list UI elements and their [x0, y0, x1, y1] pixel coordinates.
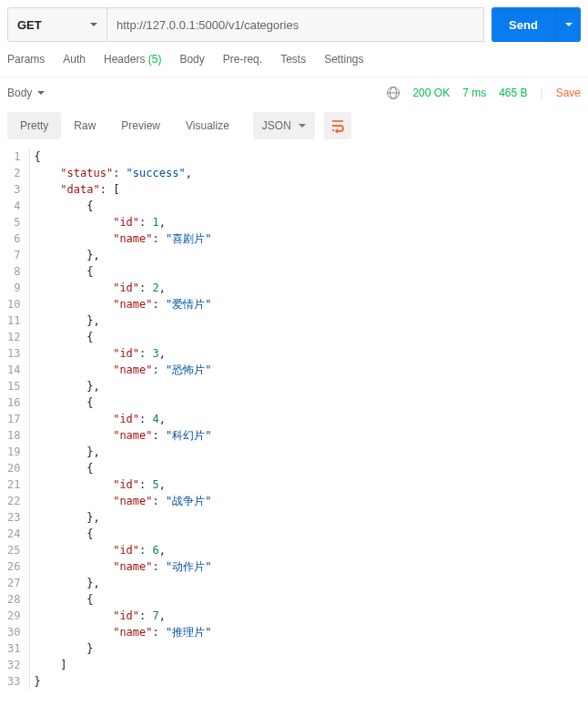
tab-tests[interactable]: Tests [280, 53, 306, 66]
view-tab-pretty[interactable]: Pretty [7, 112, 61, 139]
send-button[interactable]: Send [492, 7, 555, 42]
response-section-select[interactable]: Body [7, 87, 45, 99]
response-meta-bar: Body 200 OK 7 ms 465 B | Save [0, 77, 588, 108]
tab-body[interactable]: Body [179, 53, 204, 66]
response-time: 7 ms [462, 87, 486, 99]
tab-settings[interactable]: Settings [324, 53, 363, 66]
view-tab-visualize[interactable]: Visualize [173, 112, 242, 139]
request-bar: GET http://127.0.0.1:5000/v1/categories … [0, 0, 588, 49]
chevron-down-icon [565, 23, 573, 26]
response-view-bar: Pretty Raw Preview Visualize JSON [0, 108, 588, 148]
tab-auth[interactable]: Auth [63, 53, 86, 66]
http-method-select[interactable]: GET [7, 7, 107, 42]
wrap-icon [330, 118, 345, 133]
tab-params[interactable]: Params [7, 53, 45, 66]
request-tabs: Params Auth Headers (5) Body Pre-req. Te… [0, 49, 588, 77]
save-response-button[interactable]: Save [556, 87, 581, 99]
format-select[interactable]: JSON [253, 112, 315, 139]
view-tab-raw[interactable]: Raw [61, 112, 108, 139]
response-size: 465 B [499, 87, 527, 99]
tab-prereq[interactable]: Pre-req. [223, 53, 262, 66]
format-label: JSON [262, 119, 291, 132]
response-body[interactable]: 1234567891011121314151617181920212223242… [0, 148, 588, 690]
send-dropdown-button[interactable] [555, 7, 581, 42]
wrap-lines-button[interactable] [324, 112, 351, 139]
tab-headers[interactable]: Headers (5) [104, 53, 161, 66]
chevron-down-icon [37, 91, 45, 95]
status-code: 200 OK [412, 87, 450, 99]
chevron-down-icon [90, 23, 97, 26]
url-text: http://127.0.0.1:5000/v1/categories [117, 18, 299, 32]
chevron-down-icon [299, 124, 306, 128]
http-method-label: GET [17, 18, 42, 32]
response-section-label: Body [7, 87, 32, 99]
line-gutter: 1234567891011121314151617181920212223242… [7, 148, 29, 690]
network-icon[interactable] [387, 87, 400, 99]
code-lines: { "status": "success", "data": [ { "id":… [29, 148, 581, 690]
view-tab-preview[interactable]: Preview [108, 112, 173, 139]
headers-count: (5) [148, 53, 162, 66]
separator: | [541, 87, 543, 99]
url-input[interactable]: http://127.0.0.1:5000/v1/categories [107, 7, 484, 42]
